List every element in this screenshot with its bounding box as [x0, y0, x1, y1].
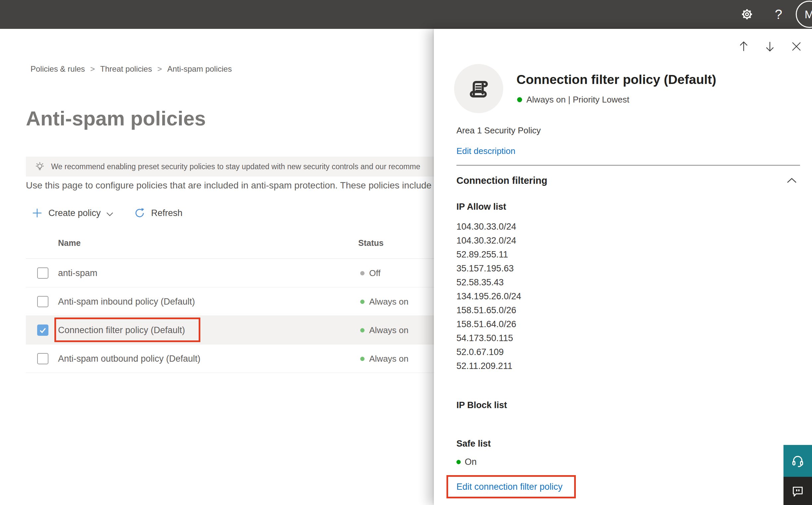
breadcrumb-separator: >: [90, 64, 95, 74]
status-label: Always on: [369, 354, 409, 364]
status-label: Always on: [369, 325, 409, 335]
app-window: ? M Policies & rules > Threat policies >…: [0, 0, 812, 505]
table-row[interactable]: Anti-spam outbound policy (Default) Alwa…: [26, 344, 434, 373]
ip-allow-item: 52.11.209.211: [456, 361, 513, 371]
ip-allow-item: 158.51.65.0/26: [456, 305, 516, 316]
status-label: Always on: [369, 297, 409, 307]
row-checkbox[interactable]: [37, 353, 48, 364]
lightbulb-icon: [34, 161, 45, 172]
page-title: Anti-spam policies: [26, 107, 206, 130]
close-flyout-button[interactable]: [789, 39, 804, 54]
status-cell: Off: [360, 259, 381, 287]
status-dot-on: [360, 328, 365, 332]
gear-icon: [739, 7, 755, 22]
chevron-down-icon: [106, 212, 114, 216]
create-policy-button[interactable]: Create policy: [32, 208, 114, 218]
account-avatar[interactable]: M: [796, 1, 812, 28]
status-dot-off: [360, 271, 365, 276]
status-dot-on: [517, 97, 522, 102]
status-cell: Always on: [360, 316, 409, 344]
row-checkbox[interactable]: [37, 296, 48, 307]
toolbar: Create policy Refresh: [32, 205, 182, 221]
row-checkbox-checked[interactable]: [37, 325, 48, 336]
status-dot-on: [456, 460, 461, 464]
ip-allow-item: 52.0.67.109: [456, 347, 504, 357]
ip-allow-item: 158.51.64.0/26: [456, 319, 516, 329]
status-cell: Always on: [360, 344, 409, 373]
column-header-status[interactable]: Status: [358, 238, 383, 248]
table-row[interactable]: Anti-spam inbound policy (Default) Alway…: [26, 287, 434, 316]
status-label: Off: [369, 268, 381, 278]
ip-allow-item: 52.89.255.11: [456, 249, 508, 260]
table-row-selected[interactable]: Connection filter policy (Default) Alway…: [26, 316, 434, 344]
safe-list-status-text: On: [465, 457, 477, 467]
recommendation-banner: We recommend enabling preset security po…: [26, 157, 434, 177]
divider: [456, 165, 800, 166]
policy-icon-circle: [454, 64, 503, 113]
flyout-status-text: Always on | Priority Lowest: [527, 95, 629, 105]
checkmark-icon: [39, 327, 46, 333]
status-dot-on: [360, 300, 365, 304]
policy-name[interactable]: Anti-spam outbound policy (Default): [58, 344, 200, 373]
plus-icon: [32, 208, 42, 218]
chevron-up-icon: [787, 177, 797, 183]
headset-icon: [790, 454, 805, 468]
section-connection-filtering: Connection filtering: [456, 175, 547, 186]
breadcrumb-separator: >: [157, 64, 162, 74]
policy-details-flyout: Connection filter policy (Default) Alway…: [434, 29, 812, 505]
policy-name[interactable]: anti-spam: [58, 259, 97, 287]
table-row[interactable]: anti-spam Off: [26, 259, 434, 287]
breadcrumb-anti-spam-policies: Anti-spam policies: [167, 64, 232, 74]
arrow-down-icon: [764, 40, 776, 53]
status-cell: Always on: [360, 287, 409, 316]
ip-allow-item: 54.173.50.115: [456, 333, 513, 343]
ip-allow-list-title: IP Allow list: [456, 202, 506, 212]
previous-item-button[interactable]: [736, 39, 751, 54]
breadcrumb-threat-policies[interactable]: Threat policies: [100, 64, 152, 74]
row-checkbox[interactable]: [37, 268, 48, 279]
flyout-status: Always on | Priority Lowest: [517, 95, 629, 105]
settings-button[interactable]: [737, 5, 757, 24]
flyout-title: Connection filter policy (Default): [517, 72, 716, 87]
ip-allow-item: 52.58.35.43: [456, 278, 504, 288]
refresh-icon: [134, 207, 145, 219]
help-button[interactable]: ?: [769, 5, 788, 24]
support-button[interactable]: [784, 445, 812, 477]
policy-name[interactable]: Connection filter policy (Default): [58, 316, 185, 344]
banner-text: We recommend enabling preset security po…: [51, 162, 420, 171]
page-description: Use this page to configure policies that…: [26, 180, 434, 191]
status-dot-on: [360, 357, 365, 361]
top-bar: ? M: [0, 0, 812, 29]
policy-description: Area 1 Security Policy: [456, 126, 541, 136]
scroll-policy-icon: [467, 77, 490, 100]
refresh-label: Refresh: [151, 208, 183, 218]
close-icon: [790, 40, 802, 52]
edit-connection-filter-policy-link[interactable]: Edit connection filter policy: [456, 482, 563, 492]
ip-allow-item: 104.30.33.0/24: [456, 222, 516, 232]
safe-list-title: Safe list: [456, 439, 491, 449]
ip-allow-item: 104.30.32.0/24: [456, 235, 516, 246]
refresh-button[interactable]: Refresh: [134, 207, 183, 219]
help-icon: ?: [775, 7, 782, 22]
policy-name[interactable]: Anti-spam inbound policy (Default): [58, 287, 195, 316]
safe-list-status: On: [456, 457, 477, 467]
collapse-section-button[interactable]: [787, 177, 797, 185]
breadcrumb: Policies & rules > Threat policies > Ant…: [30, 64, 232, 74]
arrow-up-icon: [737, 40, 750, 53]
ip-allow-item: 134.195.26.0/24: [456, 291, 521, 302]
feedback-bubble-icon: [791, 484, 804, 498]
row-divider: [26, 373, 434, 373]
feedback-button[interactable]: [784, 477, 812, 505]
breadcrumb-policies-rules[interactable]: Policies & rules: [30, 64, 85, 74]
edit-description-link[interactable]: Edit description: [456, 146, 516, 156]
next-item-button[interactable]: [763, 39, 777, 54]
ip-allow-item: 35.157.195.63: [456, 264, 514, 274]
column-header-name[interactable]: Name: [58, 238, 80, 248]
avatar-initial: M: [805, 8, 812, 21]
create-policy-label: Create policy: [48, 208, 101, 218]
ip-block-list-title: IP Block list: [456, 400, 507, 410]
